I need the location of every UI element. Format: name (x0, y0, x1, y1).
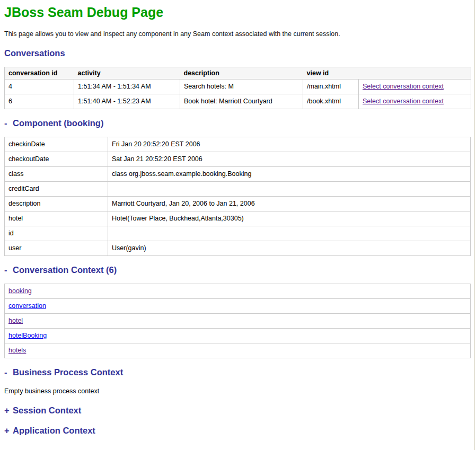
table-row: class class org.jboss.seam.example.booki… (5, 167, 471, 182)
conversations-table: conversation id activity description vie… (4, 67, 471, 109)
activity-cell: 1:51:40 AM - 1:52:23 AM (74, 94, 180, 109)
collapse-icon[interactable]: - (4, 265, 13, 275)
component-booking-heading-label: Component (booking) (13, 118, 103, 128)
list-item: hotels (5, 343, 471, 358)
column-header-empty (359, 67, 471, 80)
table-row: 4 1:51:34 AM - 1:51:34 AM Search hotels:… (5, 80, 471, 94)
collapse-icon[interactable]: - (4, 118, 13, 128)
column-header-description: description (180, 67, 303, 80)
context-variable-cell: booking (5, 284, 471, 299)
property-value-cell (108, 182, 471, 197)
context-variable-link[interactable]: hotelBooking (8, 332, 47, 339)
business-process-context-heading[interactable]: -Business Process Context (4, 367, 476, 377)
page-title: JBoss Seam Debug Page (4, 5, 476, 20)
description-cell: Search hotels: M (180, 80, 303, 94)
list-item: conversation (5, 299, 471, 314)
select-conversation-context-link[interactable]: Select conversation context (363, 98, 444, 105)
select-context-cell: Select conversation context (359, 94, 471, 109)
conversations-heading: Conversations (4, 48, 476, 58)
table-row: 6 1:51:40 AM - 1:52:23 AM Book hotel: Ma… (5, 94, 471, 109)
column-header-view-id: view id (303, 67, 359, 80)
property-name-cell: hotel (5, 211, 108, 226)
column-header-activity: activity (74, 67, 180, 80)
view-id-cell: /book.xhtml (303, 94, 359, 109)
context-variable-link[interactable]: conversation (8, 302, 46, 310)
property-name-cell: creditCard (5, 182, 108, 197)
context-variable-cell: hotel (5, 314, 471, 329)
property-name-cell: id (5, 226, 108, 241)
property-value-cell: Fri Jan 20 20:52:20 EST 2006 (108, 137, 471, 152)
description-cell: Book hotel: Marriott Courtyard (180, 94, 303, 109)
table-row: creditCard (5, 182, 471, 197)
activity-cell: 1:51:34 AM - 1:51:34 AM (74, 80, 180, 94)
table-row: description Marriott Courtyard, Jan 20, … (5, 197, 471, 211)
context-variable-link[interactable]: hotels (8, 347, 26, 354)
component-properties-table: checkinDate Fri Jan 20 20:52:20 EST 2006… (4, 137, 471, 256)
property-name-cell: checkinDate (5, 137, 108, 152)
application-context-heading-label: Application Context (13, 426, 95, 435)
list-item: booking (5, 284, 471, 299)
list-item: hotelBooking (5, 329, 471, 343)
conversation-id-cell: 4 (5, 80, 74, 94)
property-value-cell: Sat Jan 21 20:52:20 EST 2006 (108, 152, 471, 167)
property-value-cell: class org.jboss.seam.example.booking.Boo… (108, 167, 471, 182)
table-row: checkoutDate Sat Jan 21 20:52:20 EST 200… (5, 152, 471, 167)
property-name-cell: class (5, 167, 108, 182)
component-booking-heading[interactable]: -Component (booking) (4, 118, 476, 128)
table-row: id (5, 226, 471, 241)
context-variable-cell: conversation (5, 299, 471, 314)
table-row: checkinDate Fri Jan 20 20:52:20 EST 2006 (5, 137, 471, 152)
intro-text: This page allows you to view and inspect… (4, 30, 476, 38)
empty-business-process-message: Empty business process context (4, 387, 476, 395)
table-row: hotel Hotel(Tower Place, Buckhead,Atlant… (5, 211, 471, 226)
context-variable-cell: hotelBooking (5, 329, 471, 343)
conversation-context-table: booking conversation hotel hotelBooking … (4, 284, 471, 358)
context-variable-link[interactable]: hotel (8, 317, 23, 324)
expand-icon[interactable]: + (4, 426, 13, 436)
select-conversation-context-link[interactable]: Select conversation context (363, 83, 444, 90)
select-context-cell: Select conversation context (359, 80, 471, 94)
context-variable-link[interactable]: booking (8, 287, 32, 295)
table-row: user User(gavin) (5, 241, 471, 256)
property-name-cell: user (5, 241, 108, 256)
viewport-edge-line (474, 0, 475, 450)
list-item: hotel (5, 314, 471, 329)
expand-icon[interactable]: + (4, 405, 13, 416)
property-value-cell: Marriott Courtyard, Jan 20, 2006 to Jan … (108, 197, 471, 211)
property-value-cell (108, 226, 471, 241)
context-variable-cell: hotels (5, 343, 471, 358)
property-name-cell: checkoutDate (5, 152, 108, 167)
column-header-conversation-id: conversation id (5, 67, 74, 80)
property-value-cell: Hotel(Tower Place, Buckhead,Atlanta,3030… (108, 211, 471, 226)
application-context-heading[interactable]: +Application Context (4, 426, 476, 436)
conversations-header-row: conversation id activity description vie… (5, 67, 471, 80)
conversation-context-heading[interactable]: -Conversation Context (6) (4, 265, 476, 275)
session-context-heading[interactable]: +Session Context (4, 405, 476, 416)
conversation-id-cell: 6 (5, 94, 74, 109)
property-name-cell: description (5, 197, 108, 211)
session-context-heading-label: Session Context (13, 405, 81, 415)
conversation-context-heading-label: Conversation Context (6) (13, 265, 117, 275)
property-value-cell: User(gavin) (108, 241, 471, 256)
business-process-context-heading-label: Business Process Context (13, 367, 123, 377)
collapse-icon[interactable]: - (4, 367, 13, 377)
view-id-cell: /main.xhtml (303, 80, 359, 94)
